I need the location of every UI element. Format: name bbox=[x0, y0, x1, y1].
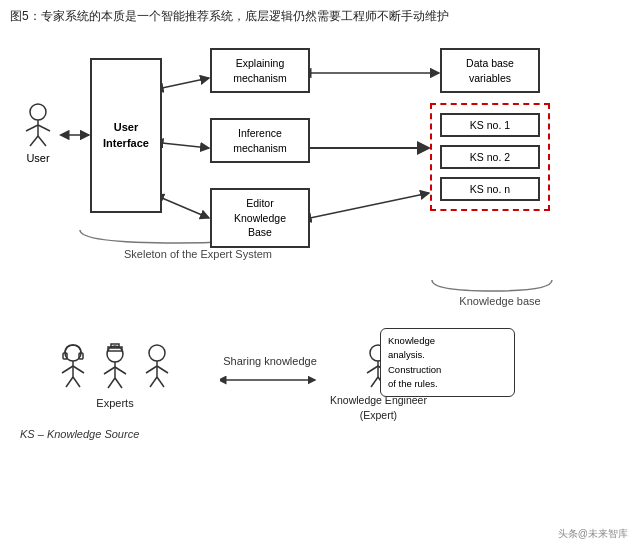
branding: 头条@未来智库 bbox=[558, 527, 628, 541]
svg-line-9 bbox=[26, 125, 38, 131]
svg-line-38 bbox=[367, 366, 378, 373]
svg-line-28 bbox=[115, 378, 122, 388]
expert-icons bbox=[54, 343, 176, 393]
database-box: Data base variables bbox=[440, 48, 540, 93]
svg-line-20 bbox=[73, 377, 80, 387]
ks-footnote: KS – Knowledge Source bbox=[20, 428, 630, 440]
experts-label: Experts bbox=[96, 397, 133, 409]
page-wrapper: 图5：专家系统的本质是一个智能推荐系统，底层逻辑仍然需要工程师不断手动维护 bbox=[0, 0, 640, 546]
svg-point-7 bbox=[30, 104, 46, 120]
expert2-icon bbox=[96, 343, 134, 393]
bottom-section: Experts Sharing knowledge bbox=[20, 343, 640, 422]
experts-group: Experts bbox=[20, 343, 210, 409]
sharing-group: Sharing knowledge bbox=[210, 343, 330, 390]
svg-line-18 bbox=[73, 366, 84, 373]
ui-box: User Interface bbox=[90, 58, 162, 213]
inference-label: Inference mechanism bbox=[233, 127, 287, 154]
kb-label: Knowledge base bbox=[440, 295, 560, 307]
expert3-icon bbox=[138, 343, 176, 393]
ke-group: Knowledge Engineer (Expert) Knowledge an… bbox=[330, 343, 427, 422]
ui-label: User Interface bbox=[103, 120, 149, 151]
svg-line-6 bbox=[310, 193, 429, 218]
skeleton-label: Skeleton of the Expert System bbox=[78, 248, 318, 260]
svg-line-33 bbox=[150, 377, 157, 387]
ke-label: Knowledge Engineer (Expert) bbox=[330, 393, 427, 422]
svg-line-17 bbox=[62, 366, 73, 373]
svg-line-10 bbox=[38, 125, 50, 131]
main-diagram: User User Interface Explaining mechanism… bbox=[10, 33, 620, 343]
svg-point-29 bbox=[149, 345, 165, 361]
ks-item-3: KS no. n bbox=[440, 177, 540, 201]
svg-line-25 bbox=[104, 367, 115, 374]
svg-line-12 bbox=[38, 136, 46, 146]
ks-group: KS no. 1 KS no. 2 KS no. n bbox=[430, 103, 550, 211]
sharing-label: Sharing knowledge bbox=[223, 355, 317, 367]
page-title: 图5：专家系统的本质是一个智能推荐系统，底层逻辑仍然需要工程师不断手动维护 bbox=[10, 8, 630, 25]
svg-line-19 bbox=[66, 377, 73, 387]
svg-line-11 bbox=[30, 136, 38, 146]
svg-line-2 bbox=[162, 143, 209, 148]
database-label: Data base variables bbox=[466, 57, 514, 84]
user-icon bbox=[20, 103, 56, 149]
user-block: User bbox=[20, 103, 56, 164]
ks-item-1: KS no. 1 bbox=[440, 113, 540, 137]
inference-box: Inference mechanism bbox=[210, 118, 310, 163]
editor-kb-box: Editor Knowledge Base bbox=[210, 188, 310, 248]
svg-line-26 bbox=[115, 367, 126, 374]
expert1-icon bbox=[54, 343, 92, 393]
svg-line-3 bbox=[162, 198, 209, 218]
explaining-label: Explaining mechanism bbox=[233, 57, 287, 84]
svg-line-27 bbox=[108, 378, 115, 388]
svg-line-34 bbox=[157, 377, 164, 387]
ks-item-2: KS no. 2 bbox=[440, 145, 540, 169]
svg-line-31 bbox=[146, 366, 157, 373]
svg-line-40 bbox=[371, 377, 378, 387]
explaining-box: Explaining mechanism bbox=[210, 48, 310, 93]
svg-line-32 bbox=[157, 366, 168, 373]
editor-kb-label: Editor Knowledge Base bbox=[234, 197, 286, 238]
svg-line-1 bbox=[162, 78, 209, 88]
user-label: User bbox=[26, 152, 49, 164]
knowledge-bubble: Knowledge analysis. Construction of the … bbox=[380, 328, 515, 397]
sharing-arrow-svg bbox=[220, 370, 320, 390]
